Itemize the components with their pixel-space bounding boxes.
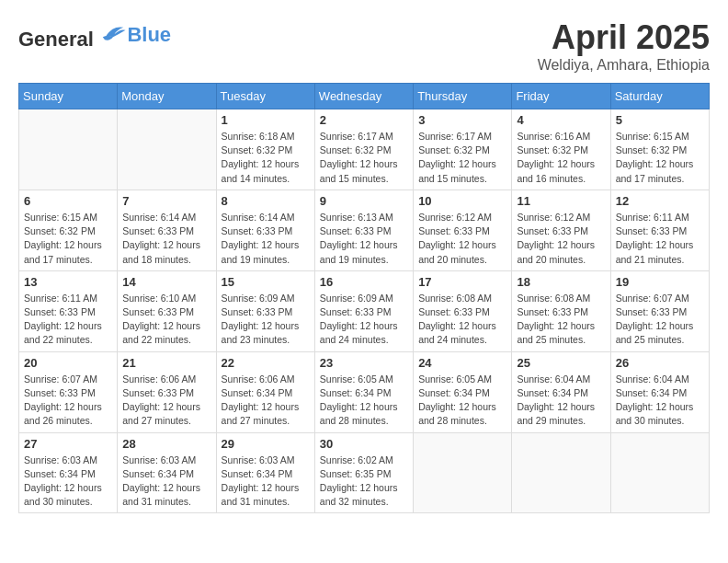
- calendar-day-cell: 16Sunrise: 6:09 AM Sunset: 6:33 PM Dayli…: [314, 270, 413, 351]
- day-number: 14: [122, 275, 210, 289]
- calendar-table: SundayMondayTuesdayWednesdayThursdayFrid…: [18, 83, 710, 513]
- calendar-week-row: 6Sunrise: 6:15 AM Sunset: 6:32 PM Daylig…: [19, 190, 710, 270]
- calendar-day-cell: 13Sunrise: 6:11 AM Sunset: 6:33 PM Dayli…: [19, 270, 118, 351]
- day-number: 20: [24, 356, 112, 370]
- day-info: Sunrise: 6:15 AM Sunset: 6:32 PM Dayligh…: [24, 211, 112, 267]
- day-number: 25: [517, 356, 605, 370]
- calendar-day-cell: 17Sunrise: 6:08 AM Sunset: 6:33 PM Dayli…: [414, 270, 512, 351]
- day-info: Sunrise: 6:02 AM Sunset: 6:35 PM Dayligh…: [320, 454, 408, 510]
- day-info: Sunrise: 6:07 AM Sunset: 6:33 PM Dayligh…: [616, 292, 704, 348]
- logo: General Blue: [18, 18, 171, 52]
- calendar-day-cell: 29Sunrise: 6:03 AM Sunset: 6:34 PM Dayli…: [216, 432, 314, 513]
- calendar-day-cell: 28Sunrise: 6:03 AM Sunset: 6:34 PM Dayli…: [118, 432, 216, 513]
- day-of-week-header: Sunday: [19, 84, 118, 109]
- calendar-day-cell: 20Sunrise: 6:07 AM Sunset: 6:33 PM Dayli…: [19, 351, 118, 432]
- day-number: 8: [222, 194, 310, 208]
- day-info: Sunrise: 6:03 AM Sunset: 6:34 PM Dayligh…: [222, 454, 310, 510]
- day-info: Sunrise: 6:13 AM Sunset: 6:33 PM Dayligh…: [320, 211, 408, 267]
- day-info: Sunrise: 6:16 AM Sunset: 6:32 PM Dayligh…: [517, 130, 605, 186]
- calendar-day-cell: 23Sunrise: 6:05 AM Sunset: 6:34 PM Dayli…: [314, 351, 413, 432]
- location-subtitle: Weldiya, Amhara, Ethiopia: [538, 57, 710, 74]
- day-number: 23: [320, 356, 408, 370]
- logo-bird-icon: [99, 18, 127, 46]
- day-info: Sunrise: 6:09 AM Sunset: 6:33 PM Dayligh…: [222, 292, 310, 348]
- day-info: Sunrise: 6:17 AM Sunset: 6:32 PM Dayligh…: [418, 130, 506, 186]
- day-number: 3: [418, 113, 506, 127]
- day-number: 26: [616, 356, 704, 370]
- calendar-day-cell: 10Sunrise: 6:12 AM Sunset: 6:33 PM Dayli…: [414, 190, 512, 270]
- calendar-day-cell: 2Sunrise: 6:17 AM Sunset: 6:32 PM Daylig…: [314, 109, 413, 190]
- calendar-day-cell: 8Sunrise: 6:14 AM Sunset: 6:33 PM Daylig…: [216, 190, 314, 270]
- day-number: 5: [616, 113, 704, 127]
- calendar-week-row: 1Sunrise: 6:18 AM Sunset: 6:32 PM Daylig…: [19, 109, 710, 190]
- day-info: Sunrise: 6:14 AM Sunset: 6:33 PM Dayligh…: [222, 211, 310, 267]
- calendar-day-cell: [414, 432, 512, 513]
- day-number: 17: [418, 275, 506, 289]
- day-number: 12: [616, 194, 704, 208]
- day-number: 4: [517, 113, 605, 127]
- day-info: Sunrise: 6:18 AM Sunset: 6:32 PM Dayligh…: [222, 130, 310, 186]
- day-number: 7: [122, 194, 210, 208]
- day-of-week-header: Thursday: [414, 84, 512, 109]
- calendar-day-cell: [610, 432, 709, 513]
- day-info: Sunrise: 6:03 AM Sunset: 6:34 PM Dayligh…: [24, 454, 112, 510]
- calendar-day-cell: 9Sunrise: 6:13 AM Sunset: 6:33 PM Daylig…: [314, 190, 413, 270]
- calendar-day-cell: 14Sunrise: 6:10 AM Sunset: 6:33 PM Dayli…: [118, 270, 216, 351]
- title-area: April 2025 Weldiya, Amhara, Ethiopia: [538, 18, 710, 74]
- day-number: 27: [24, 437, 112, 451]
- logo-blue-text: Blue: [127, 23, 171, 46]
- day-info: Sunrise: 6:09 AM Sunset: 6:33 PM Dayligh…: [320, 292, 408, 348]
- day-info: Sunrise: 6:08 AM Sunset: 6:33 PM Dayligh…: [517, 292, 605, 348]
- calendar-day-cell: 5Sunrise: 6:15 AM Sunset: 6:32 PM Daylig…: [610, 109, 709, 190]
- calendar-day-cell: 22Sunrise: 6:06 AM Sunset: 6:34 PM Dayli…: [216, 351, 314, 432]
- day-of-week-header: Wednesday: [314, 84, 413, 109]
- day-info: Sunrise: 6:06 AM Sunset: 6:33 PM Dayligh…: [122, 373, 210, 429]
- calendar-day-cell: [118, 109, 216, 190]
- day-info: Sunrise: 6:04 AM Sunset: 6:34 PM Dayligh…: [616, 373, 704, 429]
- day-info: Sunrise: 6:11 AM Sunset: 6:33 PM Dayligh…: [616, 211, 704, 267]
- calendar-day-cell: 19Sunrise: 6:07 AM Sunset: 6:33 PM Dayli…: [610, 270, 709, 351]
- calendar-day-cell: 24Sunrise: 6:05 AM Sunset: 6:34 PM Dayli…: [414, 351, 512, 432]
- day-info: Sunrise: 6:05 AM Sunset: 6:34 PM Dayligh…: [320, 373, 408, 429]
- day-number: 22: [222, 356, 310, 370]
- day-number: 6: [24, 194, 112, 208]
- month-year-title: April 2025: [538, 18, 710, 57]
- day-number: 28: [122, 437, 210, 451]
- day-number: 21: [122, 356, 210, 370]
- calendar-day-cell: 18Sunrise: 6:08 AM Sunset: 6:33 PM Dayli…: [512, 270, 610, 351]
- day-of-week-header: Tuesday: [216, 84, 314, 109]
- calendar-day-cell: 6Sunrise: 6:15 AM Sunset: 6:32 PM Daylig…: [19, 190, 118, 270]
- day-number: 18: [517, 275, 605, 289]
- day-info: Sunrise: 6:07 AM Sunset: 6:33 PM Dayligh…: [24, 373, 112, 429]
- day-info: Sunrise: 6:11 AM Sunset: 6:33 PM Dayligh…: [24, 292, 112, 348]
- day-info: Sunrise: 6:08 AM Sunset: 6:33 PM Dayligh…: [418, 292, 506, 348]
- calendar-day-cell: [19, 109, 118, 190]
- calendar-header-row: SundayMondayTuesdayWednesdayThursdayFrid…: [19, 84, 710, 109]
- day-info: Sunrise: 6:06 AM Sunset: 6:34 PM Dayligh…: [222, 373, 310, 429]
- calendar-day-cell: 21Sunrise: 6:06 AM Sunset: 6:33 PM Dayli…: [118, 351, 216, 432]
- day-number: 9: [320, 194, 408, 208]
- day-info: Sunrise: 6:04 AM Sunset: 6:34 PM Dayligh…: [517, 373, 605, 429]
- calendar-day-cell: 1Sunrise: 6:18 AM Sunset: 6:32 PM Daylig…: [216, 109, 314, 190]
- day-of-week-header: Friday: [512, 84, 610, 109]
- calendar-day-cell: 30Sunrise: 6:02 AM Sunset: 6:35 PM Dayli…: [314, 432, 413, 513]
- day-info: Sunrise: 6:03 AM Sunset: 6:34 PM Dayligh…: [122, 454, 210, 510]
- calendar-day-cell: 11Sunrise: 6:12 AM Sunset: 6:33 PM Dayli…: [512, 190, 610, 270]
- day-info: Sunrise: 6:12 AM Sunset: 6:33 PM Dayligh…: [418, 211, 506, 267]
- day-number: 29: [222, 437, 310, 451]
- calendar-day-cell: 4Sunrise: 6:16 AM Sunset: 6:32 PM Daylig…: [512, 109, 610, 190]
- day-number: 11: [517, 194, 605, 208]
- day-info: Sunrise: 6:15 AM Sunset: 6:32 PM Dayligh…: [616, 130, 704, 186]
- calendar-day-cell: 12Sunrise: 6:11 AM Sunset: 6:33 PM Dayli…: [610, 190, 709, 270]
- day-number: 1: [222, 113, 310, 127]
- day-number: 16: [320, 275, 408, 289]
- day-info: Sunrise: 6:10 AM Sunset: 6:33 PM Dayligh…: [122, 292, 210, 348]
- calendar-day-cell: [512, 432, 610, 513]
- day-number: 19: [616, 275, 704, 289]
- calendar-day-cell: 25Sunrise: 6:04 AM Sunset: 6:34 PM Dayli…: [512, 351, 610, 432]
- calendar-day-cell: 7Sunrise: 6:14 AM Sunset: 6:33 PM Daylig…: [118, 190, 216, 270]
- calendar-day-cell: 26Sunrise: 6:04 AM Sunset: 6:34 PM Dayli…: [610, 351, 709, 432]
- day-of-week-header: Monday: [118, 84, 216, 109]
- logo-general-text: General: [18, 28, 94, 51]
- day-number: 13: [24, 275, 112, 289]
